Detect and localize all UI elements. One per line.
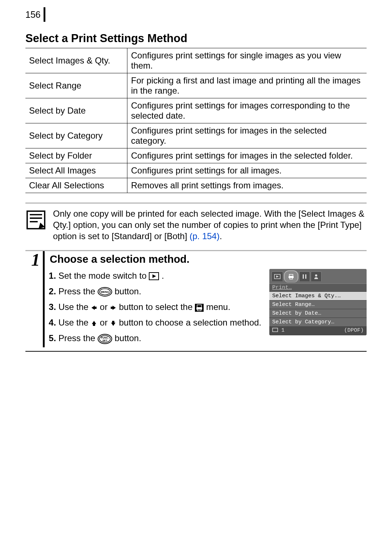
method-label: Select by Date xyxy=(25,98,127,123)
note-block: Only one copy will be printed for each s… xyxy=(25,208,367,242)
substep: Use the or button to select the xyxy=(58,300,263,314)
section-title: Select a Print Settings Method xyxy=(25,32,367,45)
step-block: 1 Choose a selection method. Set the mod… xyxy=(25,250,367,352)
table-row: Select All Images Configures print setti… xyxy=(25,163,367,178)
note-text-post: . xyxy=(220,231,222,241)
svg-rect-30 xyxy=(273,328,278,332)
arrow-down-icon xyxy=(110,320,117,327)
step-divider xyxy=(25,351,367,352)
svg-rect-24 xyxy=(289,274,293,276)
svg-marker-11 xyxy=(111,306,116,310)
substep-text: Set the mode switch to xyxy=(58,271,149,281)
methods-table: Select Images & Qty. Configures print se… xyxy=(25,48,367,193)
svg-marker-4 xyxy=(38,222,45,229)
arrow-left-icon xyxy=(91,304,97,311)
substep: Press the FUNC.SET button. xyxy=(58,331,263,345)
screenshot-footer-right: (DPOF) xyxy=(344,327,364,334)
substep-text: Press the xyxy=(58,333,98,343)
table-row: Select by Category Configures print sett… xyxy=(25,123,367,148)
substep-text: or xyxy=(100,302,110,312)
step-title: Choose a selection method. xyxy=(50,253,367,265)
method-desc: Configures print settings for images in … xyxy=(127,148,367,163)
menu-button-icon: MENU xyxy=(98,287,112,297)
func-set-button-icon: FUNC.SET xyxy=(98,334,112,344)
screenshot-footer: 1 (DPOF) xyxy=(269,326,367,335)
svg-marker-10 xyxy=(91,306,97,310)
substep-text: Use the xyxy=(58,302,91,312)
manual-page: 156 Select a Print Settings Method Selec… xyxy=(0,0,392,366)
method-desc: For picking a first and last image and p… xyxy=(127,73,367,98)
screenshot-item: Select by Date… xyxy=(269,309,367,318)
svg-rect-26 xyxy=(290,277,293,279)
substep-text: button to select the xyxy=(119,302,195,312)
print-menu-icon xyxy=(195,304,204,312)
table-row: Select Range For picking a first and las… xyxy=(25,73,367,98)
step-number: 1 xyxy=(25,251,45,347)
method-label: Select All Images xyxy=(25,163,127,178)
screenshot-print-row: Print… xyxy=(269,283,367,291)
page-number: 156 xyxy=(25,7,45,22)
svg-marker-17 xyxy=(111,321,115,326)
method-label: Clear All Selections xyxy=(25,178,127,193)
method-label: Select by Folder xyxy=(25,148,127,163)
svg-text:SET: SET xyxy=(102,339,107,342)
table-row: Select by Folder Configures print settin… xyxy=(25,148,367,163)
tab-person-icon xyxy=(311,271,322,281)
table-row: Select by Date Configures print settings… xyxy=(25,98,367,123)
page-ref-link[interactable]: (p. 154) xyxy=(189,231,220,241)
screenshot-item-selected: Select Images & Qty.… xyxy=(269,291,367,300)
method-desc: Configures print settings for single ima… xyxy=(127,48,367,73)
svg-marker-23 xyxy=(276,275,279,278)
svg-text:FUNC.: FUNC. xyxy=(101,336,109,339)
arrow-right-icon xyxy=(110,304,117,311)
substep-text: button. xyxy=(115,286,141,296)
substep-text: Press the xyxy=(58,286,98,296)
tab-playback-icon xyxy=(271,271,283,281)
method-desc: Removes all print settings from images. xyxy=(127,178,367,193)
screenshot-footer-left: 1 xyxy=(272,327,285,334)
substep-text: button to choose a selection method. xyxy=(119,318,261,327)
substep-text: or xyxy=(100,318,110,327)
screenshot-tabs xyxy=(269,269,367,283)
substep-text: menu. xyxy=(206,302,230,312)
table-row: Select Images & Qty. Configures print se… xyxy=(25,48,367,73)
svg-rect-27 xyxy=(303,274,304,279)
substep: Press the MENU button. xyxy=(58,285,263,298)
svg-marker-6 xyxy=(152,274,156,278)
note-card-icon xyxy=(25,209,46,230)
note-text: Only one copy will be printed for each s… xyxy=(53,208,367,242)
arrow-up-icon xyxy=(91,320,97,327)
svg-rect-28 xyxy=(305,274,306,279)
substep-text: button. xyxy=(115,333,141,343)
camera-screenshot: Print… Select Images & Qty.… Select Rang… xyxy=(269,269,367,347)
svg-marker-16 xyxy=(92,321,96,326)
substeps-list: Set the mode switch to . Press the MENU xyxy=(50,269,263,347)
method-label: Select Range xyxy=(25,73,127,98)
method-desc: Configures print settings for all images… xyxy=(127,163,367,178)
tab-tools-icon xyxy=(299,271,310,281)
method-desc: Configures print settings for images cor… xyxy=(127,98,367,123)
method-label: Select by Category xyxy=(25,123,127,148)
svg-point-29 xyxy=(315,274,317,277)
page-number-wrap: 156 xyxy=(25,7,367,22)
tab-print-icon xyxy=(284,270,298,283)
playback-mode-icon xyxy=(149,272,159,280)
screenshot-item: Select Range… xyxy=(269,300,367,309)
divider xyxy=(25,203,367,204)
table-row: Clear All Selections Removes all print s… xyxy=(25,178,367,193)
substep: Set the mode switch to . xyxy=(58,269,263,282)
footer-count: 1 xyxy=(281,327,285,334)
svg-text:MENU: MENU xyxy=(101,290,109,294)
method-label: Select Images & Qty. xyxy=(25,48,127,73)
method-desc: Configures print settings for images in … xyxy=(127,123,367,148)
substep: Use the or button to choose a selection … xyxy=(58,316,263,329)
substep-text: . xyxy=(162,271,164,281)
substep-text: Use the xyxy=(58,318,91,327)
screenshot-item: Select by Category… xyxy=(269,318,367,326)
